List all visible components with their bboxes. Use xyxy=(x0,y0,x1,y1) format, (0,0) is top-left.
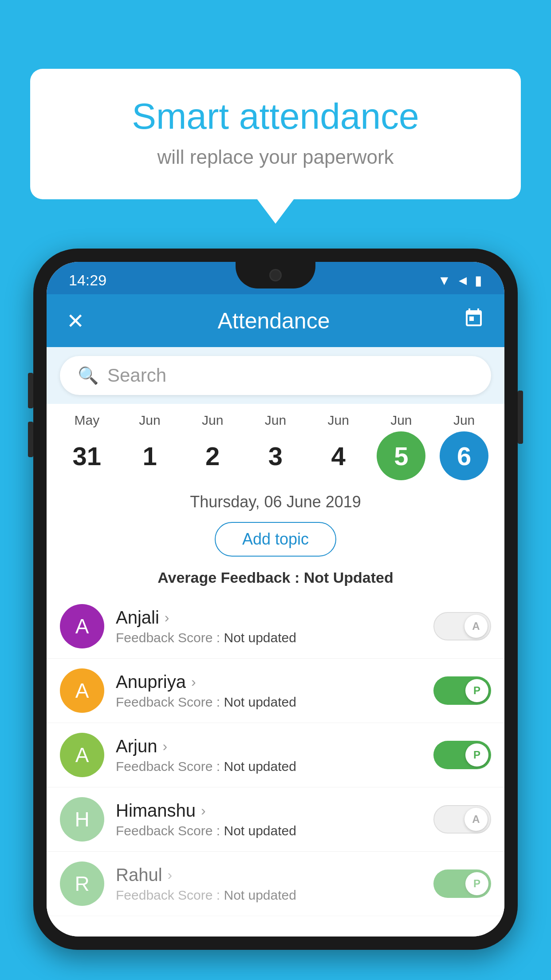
cal-month-label: Jun xyxy=(139,413,160,428)
phone-screen: 14:29 ▼ ◄ ▮ ✕ Attendance xyxy=(47,262,504,937)
search-icon: 🔍 xyxy=(78,366,98,385)
cal-num-label: 2 xyxy=(188,431,237,480)
date-display: Thursday, 06 June 2019 xyxy=(47,485,504,516)
toggle-switch[interactable]: A xyxy=(433,612,491,640)
cal-month-label: Jun xyxy=(390,413,412,428)
app-bar: ✕ Attendance xyxy=(47,294,504,347)
student-name: Rahul xyxy=(116,865,162,885)
student-info: Anupriya›Feedback Score : Not updated xyxy=(116,672,422,710)
chevron-right-icon: › xyxy=(201,802,206,819)
volume-up-button xyxy=(28,373,33,408)
volume-down-button xyxy=(28,422,33,457)
student-info: Arjun›Feedback Score : Not updated xyxy=(116,736,422,774)
student-name-row: Rahul› xyxy=(116,865,422,885)
student-name-row: Arjun› xyxy=(116,736,422,756)
toggle-knob: A xyxy=(464,808,488,831)
cal-month-label: Jun xyxy=(202,413,223,428)
phone-frame: 14:29 ▼ ◄ ▮ ✕ Attendance xyxy=(33,249,518,950)
cal-num-label: 3 xyxy=(251,431,300,480)
search-bar[interactable]: 🔍 Search xyxy=(60,356,491,395)
student-item[interactable]: RRahul›Feedback Score : Not updatedP xyxy=(47,852,504,916)
student-avatar: A xyxy=(60,668,104,713)
add-topic-button[interactable]: Add topic xyxy=(215,522,336,557)
student-info: Rahul›Feedback Score : Not updated xyxy=(116,865,422,903)
average-feedback: Average Feedback : Not Updated xyxy=(47,565,504,594)
calendar-day-6[interactable]: Jun6 xyxy=(440,413,488,480)
student-item[interactable]: AAnjali›Feedback Score : Not updatedA xyxy=(47,594,504,659)
cal-num-label: 1 xyxy=(126,431,174,480)
calendar-button[interactable] xyxy=(461,305,487,336)
speech-bubble: Smart attendance will replace your paper… xyxy=(30,69,521,199)
student-list: AAnjali›Feedback Score : Not updatedAAAn… xyxy=(47,594,504,937)
average-feedback-label: Average Feedback : xyxy=(157,569,303,586)
calendar-day-1[interactable]: Jun1 xyxy=(126,413,174,480)
status-icons: ▼ ◄ ▮ xyxy=(438,273,482,288)
toggle-knob: P xyxy=(465,679,488,702)
toggle-switch[interactable]: A xyxy=(433,805,491,834)
selected-date-text: Thursday, 06 June 2019 xyxy=(190,493,361,511)
attendance-toggle[interactable]: A xyxy=(433,612,491,640)
student-item[interactable]: AAnupriya›Feedback Score : Not updatedP xyxy=(47,659,504,723)
toggle-knob: A xyxy=(464,615,488,638)
feedback-score: Feedback Score : Not updated xyxy=(116,888,422,903)
cal-num-label: 31 xyxy=(63,431,111,480)
chevron-right-icon: › xyxy=(165,609,169,626)
cal-num-label: 5 xyxy=(377,431,425,480)
student-name: Anupriya xyxy=(116,672,186,692)
chevron-right-icon: › xyxy=(168,867,173,883)
calendar-strip: May31Jun1Jun2Jun3Jun4Jun5Jun6 xyxy=(47,404,504,485)
search-placeholder: Search xyxy=(107,365,166,386)
close-button[interactable]: ✕ xyxy=(64,306,87,336)
chevron-right-icon: › xyxy=(191,674,196,690)
attendance-toggle[interactable]: P xyxy=(433,869,491,898)
calendar-day-4[interactable]: Jun4 xyxy=(314,413,363,480)
wifi-icon: ▼ xyxy=(438,273,451,288)
student-avatar: A xyxy=(60,604,104,648)
phone-container: 14:29 ▼ ◄ ▮ ✕ Attendance xyxy=(33,249,518,980)
app-title: Attendance xyxy=(218,308,330,334)
student-info: Himanshu›Feedback Score : Not updated xyxy=(116,801,422,838)
status-time: 14:29 xyxy=(69,272,106,289)
bubble-subtitle: will replace your paperwork xyxy=(66,146,485,168)
chevron-right-icon: › xyxy=(162,738,167,755)
student-avatar: H xyxy=(60,797,104,842)
toggle-switch[interactable]: P xyxy=(433,741,491,769)
cal-month-label: Jun xyxy=(265,413,286,428)
student-item[interactable]: HHimanshu›Feedback Score : Not updatedA xyxy=(47,787,504,852)
student-name: Himanshu xyxy=(116,801,196,821)
feedback-score: Feedback Score : Not updated xyxy=(116,823,422,838)
student-name: Anjali xyxy=(116,608,159,628)
camera-dot xyxy=(269,269,282,281)
battery-icon: ▮ xyxy=(475,273,482,288)
student-avatar: A xyxy=(60,733,104,777)
phone-notch xyxy=(236,262,315,288)
attendance-toggle[interactable]: A xyxy=(433,805,491,834)
toggle-knob: P xyxy=(465,743,488,767)
student-info: Anjali›Feedback Score : Not updated xyxy=(116,608,422,645)
attendance-toggle[interactable]: P xyxy=(433,741,491,769)
calendar-day-2[interactable]: Jun2 xyxy=(188,413,237,480)
search-container: 🔍 Search xyxy=(47,347,504,404)
student-name-row: Anjali› xyxy=(116,608,422,628)
cal-month-label: Jun xyxy=(327,413,349,428)
student-item[interactable]: AArjun›Feedback Score : Not updatedP xyxy=(47,723,504,787)
signal-icon: ◄ xyxy=(456,273,469,288)
speech-bubble-container: Smart attendance will replace your paper… xyxy=(30,69,521,199)
feedback-score: Feedback Score : Not updated xyxy=(116,695,422,710)
calendar-day-5[interactable]: Jun5 xyxy=(377,413,425,480)
cal-month-label: Jun xyxy=(453,413,475,428)
feedback-score: Feedback Score : Not updated xyxy=(116,630,422,645)
calendar-day-31[interactable]: May31 xyxy=(63,413,111,480)
student-name-row: Anupriya› xyxy=(116,672,422,692)
add-topic-container: Add topic xyxy=(47,516,504,565)
feedback-score: Feedback Score : Not updated xyxy=(116,759,422,774)
attendance-toggle[interactable]: P xyxy=(433,676,491,705)
power-button xyxy=(518,391,523,444)
cal-num-label: 6 xyxy=(440,431,488,480)
calendar-day-3[interactable]: Jun3 xyxy=(251,413,300,480)
calendar-icon xyxy=(463,308,484,329)
toggle-switch[interactable]: P xyxy=(433,869,491,898)
toggle-switch[interactable]: P xyxy=(433,676,491,705)
cal-num-label: 4 xyxy=(314,431,363,480)
bubble-title: Smart attendance xyxy=(66,95,485,137)
